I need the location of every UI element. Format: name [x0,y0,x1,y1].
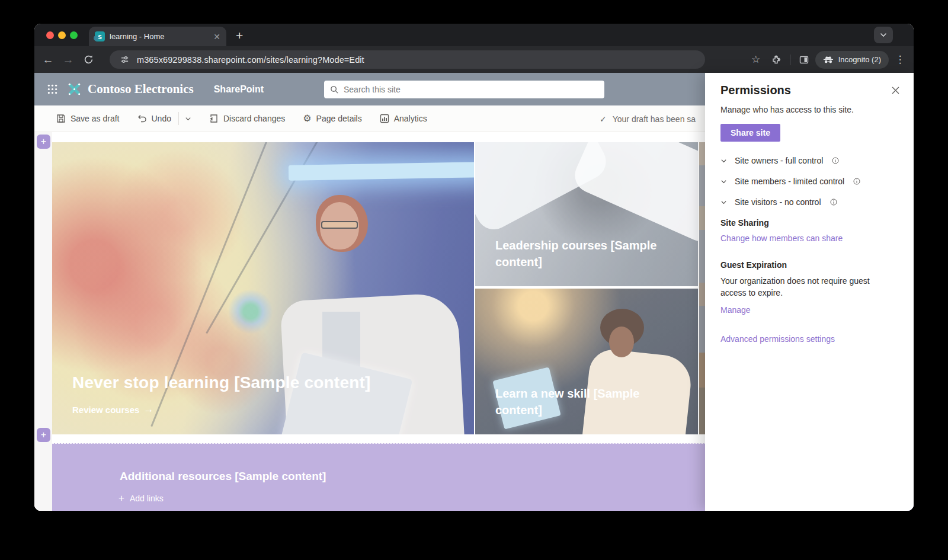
search-input[interactable] [344,85,598,94]
toolbar-divider [790,55,790,65]
site-logo[interactable]: Contoso Electronics [66,81,194,97]
macos-minimize-button[interactable] [58,31,66,39]
bookmark-star-icon[interactable]: ☆ [747,51,765,69]
site-info-icon[interactable] [118,53,131,66]
add-section-button[interactable]: + [37,135,50,149]
undo-dropdown-chevron[interactable] [185,116,191,122]
group-site-visitors[interactable]: Site visitors - no control [720,197,898,207]
permissions-panel: Permissions Manage who has access to thi… [705,73,914,511]
chevron-down-icon[interactable] [720,199,727,206]
card-image [609,327,634,357]
panel-title: Permissions [720,84,898,97]
extensions-icon[interactable] [767,51,785,69]
search-icon [330,85,339,94]
resources-title: Additional resources [Sample content] [120,470,326,483]
card-title: Leadership courses [Sample content] [495,237,667,270]
contoso-logo-icon [66,81,82,97]
hero-image [321,221,358,229]
app-launcher-waffle-icon[interactable] [43,80,62,99]
browser-window: s learning - Home ✕ + ← → m365x69299838.… [34,24,914,511]
analytics-icon [380,114,389,123]
macos-zoom-button[interactable] [70,31,78,39]
chevron-down-icon[interactable] [720,178,727,185]
divider [178,112,179,125]
advanced-permissions-link[interactable]: Advanced permissions settings [720,334,835,344]
back-button[interactable]: ← [38,50,58,70]
info-icon[interactable] [832,157,839,164]
url-text[interactable]: m365x69299838.sharepoint.com/sites/learn… [137,55,364,65]
incognito-label: Incognito (2) [838,55,881,64]
group-site-owners[interactable]: Site owners - full control [720,156,898,165]
check-icon: ✓ [600,114,607,124]
hero-title: Never stop learning [Sample content] [72,373,371,392]
incognito-icon [823,56,834,64]
add-links-button[interactable]: + Add links [118,492,164,504]
chevron-down-icon[interactable] [720,158,727,164]
hero-card-learn-skill[interactable]: Learn a new skill [Sample content] [475,289,698,434]
discard-changes-button[interactable]: Discard changes [209,114,285,123]
browser-toolbar: ← → m365x69299838.sharepoint.com/sites/l… [34,46,914,73]
brand-name: Contoso Electronics [88,82,194,97]
group-site-members[interactable]: Site members - limited control [720,177,898,186]
menu-kebab-icon[interactable]: ⋮ [891,51,909,69]
macos-close-button[interactable] [46,31,54,39]
guest-expiration-body: Your organization does not require guest… [720,275,893,299]
new-tab-button[interactable]: + [236,28,243,43]
undo-icon [137,114,147,123]
page-content: Contoso Electronics SharePoint Save as d… [34,73,914,511]
gear-icon: ⚙ [303,114,311,123]
info-icon[interactable] [853,178,860,185]
chevron-down-icon [185,116,191,122]
guest-expiration-heading: Guest Expiration [720,260,898,270]
tab-strip: s learning - Home ✕ + [34,24,914,46]
card-image [569,142,698,247]
save-as-draft-button[interactable]: Save as draft [56,114,120,123]
tab-search-chevron-button[interactable] [874,27,893,43]
card-title: Learn a new skill [Sample content] [495,385,667,418]
page-details-button[interactable]: ⚙ Page details [303,114,361,123]
sharepoint-favicon-icon: s [95,31,105,41]
forward-button[interactable]: → [58,50,78,70]
tab-close-icon[interactable]: ✕ [213,33,220,41]
hero-card-leadership[interactable]: Leadership courses [Sample content] [475,142,698,286]
add-section-button[interactable]: + [37,428,50,442]
analytics-button[interactable]: Analytics [380,114,427,123]
plus-icon: + [118,492,124,504]
arrow-right-icon: → [143,404,153,415]
address-bar[interactable]: m365x69299838.sharepoint.com/sites/learn… [110,50,705,69]
discard-icon [209,114,219,123]
tab-title: learning - Home [110,32,209,41]
site-search[interactable] [324,81,604,98]
sharepoint-label[interactable]: SharePoint [214,84,264,95]
decor [289,162,474,181]
reload-button[interactable] [78,50,98,70]
close-icon[interactable] [888,82,903,98]
change-members-share-link[interactable]: Change how members can share [720,233,843,243]
incognito-badge[interactable]: Incognito (2) [815,51,889,69]
undo-button[interactable]: Undo [137,114,171,123]
save-icon [56,114,66,123]
site-sharing-heading: Site Sharing [720,218,898,228]
hero-webpart[interactable]: Never stop learning [Sample content] Rev… [52,142,474,434]
share-site-button[interactable]: Share site [720,124,780,142]
panel-subtitle: Manage who has access to this site. [720,105,898,114]
hero-cta-link[interactable]: Review courses → [72,404,153,415]
browser-tab[interactable]: s learning - Home ✕ [89,27,226,46]
edit-gutter [34,132,52,511]
side-panel-icon[interactable] [795,51,813,69]
manage-link[interactable]: Manage [720,305,751,315]
draft-saved-status: ✓ Your draft has been sa [600,105,696,132]
info-icon[interactable] [830,199,837,206]
